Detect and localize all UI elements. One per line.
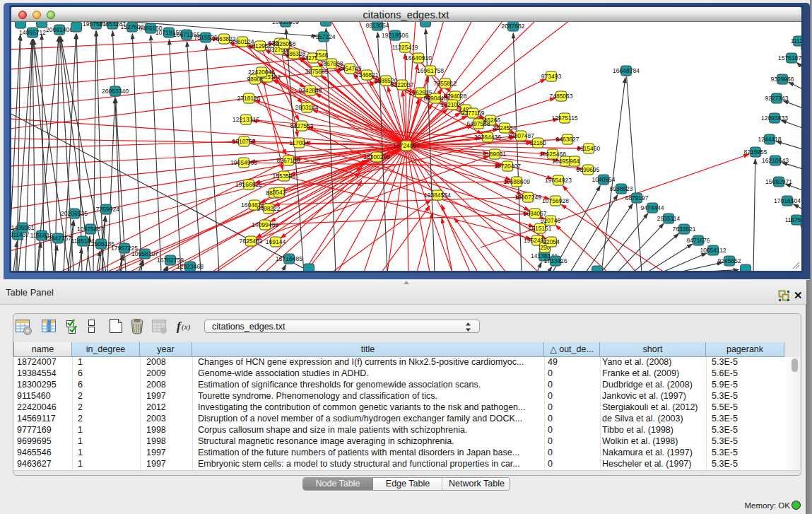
- svg-text:11124: 11124: [791, 37, 801, 45]
- svg-text:7625402: 7625402: [239, 238, 262, 245]
- svg-text:7357224: 7357224: [312, 33, 335, 40]
- svg-text:12093833: 12093833: [761, 115, 788, 122]
- svg-text:2546: 2546: [315, 52, 329, 59]
- svg-text:7632621: 7632621: [672, 226, 695, 233]
- svg-text:10807487: 10807487: [507, 132, 534, 139]
- svg-text:9699695: 9699695: [576, 166, 599, 173]
- svg-text:6879197: 6879197: [625, 194, 648, 201]
- svg-text:1189031: 1189031: [483, 151, 507, 158]
- svg-text:15720407: 15720407: [494, 163, 521, 170]
- svg-text:12975115: 12975115: [551, 115, 577, 122]
- svg-text:22054: 22054: [543, 238, 560, 245]
- svg-text:12213316: 12213316: [233, 116, 259, 123]
- svg-text:8322037: 8322037: [390, 81, 413, 88]
- svg-text:964: 964: [570, 158, 579, 165]
- svg-text:20206535: 20206535: [61, 210, 88, 217]
- svg-text:18807249: 18807249: [514, 194, 541, 201]
- svg-text:8215955: 8215955: [743, 148, 767, 156]
- svg-text:14055712: 14055712: [19, 29, 46, 36]
- svg-text:10958107: 10958107: [131, 250, 158, 257]
- svg-text:169144: 169144: [266, 238, 286, 245]
- svg-text:19384554: 19384554: [424, 192, 451, 199]
- svg-text:16033809: 16033809: [272, 22, 299, 25]
- svg-text:2718126: 2718126: [237, 95, 260, 102]
- svg-text:10654112: 10654112: [700, 247, 726, 254]
- svg-text:15716485: 15716485: [276, 255, 302, 262]
- svg-text:1733426: 1733426: [543, 257, 567, 264]
- svg-text:26053340: 26053340: [102, 88, 129, 95]
- svg-text:20691406: 20691406: [46, 26, 73, 33]
- svg-text:8226058: 8226058: [272, 40, 295, 47]
- svg-text:16961758: 16961758: [417, 67, 444, 74]
- svg-text:20364436: 20364436: [474, 134, 501, 141]
- svg-text:14099489: 14099489: [252, 221, 278, 228]
- svg-text:7955812: 7955812: [433, 80, 457, 87]
- svg-text:(x): (x): [182, 322, 191, 332]
- svg-text:9329966: 9329966: [770, 76, 794, 83]
- svg-text:973493: 973493: [541, 73, 562, 80]
- svg-text:2803144: 2803144: [295, 104, 318, 111]
- svg-text:2935114: 2935114: [657, 215, 681, 222]
- svg-text:9463627: 9463627: [555, 136, 579, 143]
- svg-text:16210643: 16210643: [762, 157, 789, 164]
- svg-text:10756928: 10756928: [542, 197, 569, 204]
- svg-text:19654923: 19654923: [545, 177, 572, 184]
- svg-text:9794028: 9794028: [443, 93, 466, 100]
- svg-text:8427552: 8427552: [290, 122, 313, 129]
- svg-text:9474444: 9474444: [640, 204, 664, 211]
- svg-text:12942757: 12942757: [45, 235, 71, 242]
- svg-text:9245652: 9245652: [717, 257, 741, 264]
- svg-text:12923468: 12923468: [177, 263, 204, 270]
- svg-text:10975887: 10975887: [77, 226, 104, 233]
- svg-text:9777169: 9777169: [461, 110, 484, 117]
- svg-text:7485063: 7485063: [549, 93, 572, 100]
- svg-text:17359924: 17359924: [93, 206, 119, 213]
- svg-text:3624534: 3624534: [493, 124, 516, 132]
- svg-text:17016504: 17016504: [774, 197, 801, 204]
- svg-text:10688609: 10688609: [503, 178, 530, 185]
- svg-text:8471676: 8471676: [686, 237, 710, 244]
- svg-text:18300295: 18300295: [363, 153, 390, 160]
- svg-text:3875685: 3875685: [305, 68, 328, 75]
- svg-text:920746: 920746: [541, 217, 561, 224]
- svg-text:16648784: 16648784: [613, 67, 640, 74]
- svg-text:1553594: 1553594: [272, 173, 295, 180]
- svg-text:15751074: 15751074: [778, 54, 801, 62]
- svg-text:8813054: 8813054: [365, 22, 389, 29]
- svg-text:9498222: 9498222: [257, 205, 280, 212]
- svg-text:9242848: 9242848: [298, 87, 322, 94]
- svg-text:1435061: 1435061: [11, 224, 35, 231]
- svg-text:11325419: 11325419: [392, 44, 418, 51]
- svg-text:62160: 62160: [529, 139, 546, 146]
- svg-text:1167534: 1167534: [785, 216, 801, 223]
- svg-text:2087682: 2087682: [501, 23, 524, 30]
- svg-text:19166822: 19166822: [235, 181, 262, 188]
- svg-text:15692971: 15692971: [765, 178, 792, 185]
- svg-text:1244418: 1244418: [758, 136, 781, 143]
- svg-text:18724007: 18724007: [393, 142, 420, 149]
- svg-text:1040954: 1040954: [592, 176, 615, 183]
- svg-text:117004: 117004: [289, 139, 309, 146]
- svg-text:19654983: 19654983: [230, 159, 257, 166]
- svg-text:8938923: 8938923: [609, 185, 632, 192]
- svg-text:8267130: 8267130: [276, 157, 300, 164]
- svg-text:19218506: 19218506: [382, 32, 408, 39]
- svg-text:16640910: 16640910: [405, 54, 432, 62]
- svg-text:22420046: 22420046: [248, 69, 275, 76]
- svg-text:9227343: 9227343: [765, 95, 788, 102]
- svg-text:9115460: 9115460: [577, 145, 601, 152]
- svg-text:1610755: 1610755: [232, 138, 255, 145]
- svg-text:6497568: 6497568: [466, 120, 490, 127]
- svg-text:3542: 3542: [273, 189, 286, 196]
- svg-text:9084067: 9084067: [523, 210, 546, 217]
